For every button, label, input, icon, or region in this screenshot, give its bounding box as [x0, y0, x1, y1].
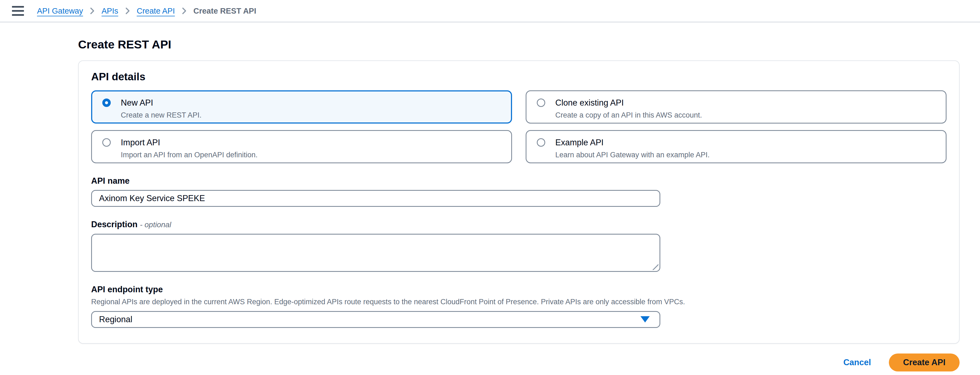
optional-suffix: - optional — [140, 220, 171, 229]
description-field: Description - optional — [91, 219, 947, 272]
radio-unselected-icon[interactable] — [537, 99, 545, 107]
breadcrumb-link-apis[interactable]: APIs — [102, 7, 118, 15]
tile-description: Create a new REST API. — [121, 111, 503, 120]
hamburger-menu-icon[interactable] — [11, 5, 24, 17]
create-api-button[interactable]: Create API — [889, 354, 959, 372]
tile-label: Import API — [121, 137, 503, 148]
tile-label: Example API — [555, 137, 937, 148]
chevron-right-icon — [125, 6, 130, 15]
tile-description: Create a copy of an API in this AWS acco… — [555, 111, 937, 120]
tile-description: Import an API from an OpenAPI definition… — [121, 150, 503, 160]
page-title: Create REST API — [78, 38, 980, 52]
description-label-text: Description — [91, 220, 138, 229]
card-heading: API details — [91, 71, 947, 83]
main-content: Create REST API API details New API Crea… — [0, 38, 980, 372]
tile-example-api[interactable]: Example API Learn about API Gateway with… — [526, 130, 947, 163]
api-name-field: API name — [91, 176, 947, 207]
endpoint-type-field: API endpoint type Regional APIs are depl… — [91, 284, 947, 328]
radio-unselected-icon[interactable] — [537, 138, 545, 147]
api-type-radio-group: New API Create a new REST API. Clone exi… — [91, 90, 947, 163]
description-textarea[interactable] — [91, 234, 660, 272]
breadcrumb-link-create-api[interactable]: Create API — [137, 7, 175, 15]
radio-selected-icon[interactable] — [102, 99, 111, 107]
tile-description: Learn about API Gateway with an example … — [555, 150, 937, 160]
endpoint-type-selected-value: Regional — [99, 314, 132, 324]
tile-clone-existing-api[interactable]: Clone existing API Create a copy of an A… — [526, 90, 947, 124]
api-name-input[interactable] — [91, 190, 660, 207]
chevron-right-icon — [89, 6, 95, 15]
endpoint-type-select[interactable]: Regional — [91, 311, 660, 328]
breadcrumb: API Gateway APIs Create API Create REST … — [37, 6, 256, 15]
tile-label: Clone existing API — [555, 98, 937, 108]
top-navigation-bar: API Gateway APIs Create API Create REST … — [0, 0, 980, 22]
tile-label: New API — [121, 98, 503, 108]
api-name-label: API name — [91, 176, 947, 187]
endpoint-type-label: API endpoint type — [91, 284, 947, 295]
breadcrumb-current-page: Create REST API — [193, 7, 256, 15]
api-details-card: API details New API Create a new REST AP… — [78, 61, 959, 344]
endpoint-type-help-text: Regional APIs are deployed in the curren… — [91, 297, 947, 307]
breadcrumb-link-api-gateway[interactable]: API Gateway — [37, 7, 83, 15]
form-actions: Cancel Create API — [78, 354, 959, 372]
chevron-right-icon — [181, 6, 187, 15]
caret-down-icon — [640, 316, 650, 322]
tile-new-api[interactable]: New API Create a new REST API. — [91, 90, 512, 124]
description-label: Description - optional — [91, 219, 947, 230]
tile-import-api[interactable]: Import API Import an API from an OpenAPI… — [91, 130, 512, 163]
radio-unselected-icon[interactable] — [102, 138, 111, 147]
cancel-button[interactable]: Cancel — [843, 357, 871, 367]
